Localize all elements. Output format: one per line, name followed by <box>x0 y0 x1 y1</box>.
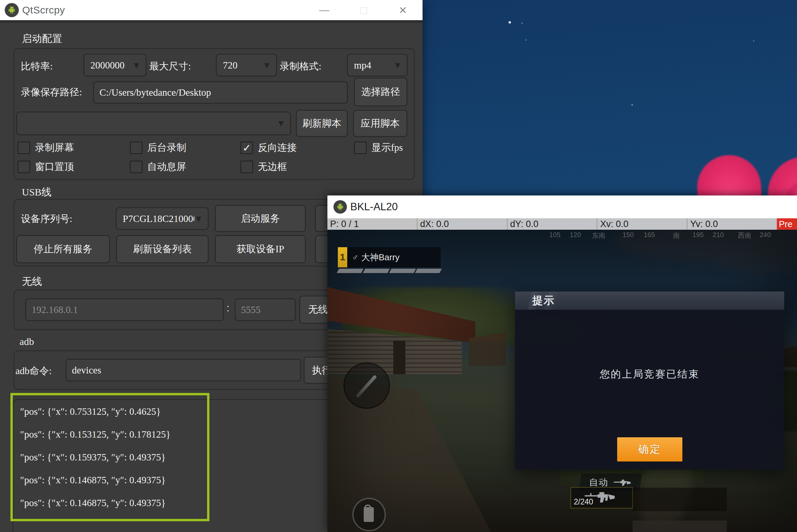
pos-output-line: ″pos″: {″x″: 0.153125, ″y″: 0.178125} <box>13 429 207 440</box>
device-mirror-window: BKL-AL20 P: 0 / 1 dX: 0.0 dY: 0.0 Xv: 0.… <box>327 195 797 532</box>
touch-stats-bar: P: 0 / 1 dX: 0.0 dY: 0.0 Xv: 0.0 Yv: 0.0… <box>327 218 797 230</box>
qtscrcpy-titlebar[interactable]: QtScrcpy — □ ✕ <box>0 0 422 20</box>
game-screen[interactable]: 105 120 东南 150 165 南 195 210 西南 240 1 ♂ … <box>327 230 797 532</box>
window-controls: — □ ✕ <box>305 0 422 20</box>
checkbox-box: ✓ <box>17 141 30 154</box>
stat-dx: dX: 0.0 <box>417 218 507 230</box>
pos-output-line: ″pos″: {″x″: 0.146875, ″y″: 0.49375} <box>13 475 207 486</box>
record-format-combo[interactable]: mp4▼ <box>347 54 408 77</box>
health-segments <box>338 269 441 273</box>
window-title: QtScrcpy <box>22 4 65 16</box>
wireless-ip-input[interactable]: 192.168.0.1 <box>25 298 224 321</box>
adb-command-label: adb命令: <box>16 364 52 378</box>
max-size-label: 最大尺寸: <box>149 60 191 73</box>
pos-output-line: ″pos″: {″x″: 0.146875, ″y″: 0.49375} <box>13 497 207 509</box>
window-border <box>0 20 422 23</box>
stat-xv: Xv: 0.0 <box>597 218 687 230</box>
weapon-slot-2[interactable] <box>633 488 727 511</box>
pressed-state-badge: Pre <box>777 218 797 230</box>
bitrate-combo[interactable]: 2000000▼ <box>83 54 147 77</box>
dialog-title: 提示 <box>532 293 555 308</box>
minimize-button[interactable]: — <box>305 0 344 20</box>
chevron-down-icon: ▼ <box>393 60 407 71</box>
output-console-highlighted: ″pos″: {″x″: 0.753125, ″y″: 0.4625} ″pos… <box>11 393 210 521</box>
small-gun-icon <box>614 479 631 486</box>
chevron-down-icon: ▼ <box>277 118 290 129</box>
checkbox-box: ✓ <box>130 160 143 173</box>
pos-output-line: ″pos″: {″x″: 0.753125, ″y″: 0.4625} <box>13 406 207 417</box>
desktop: QtScrcpy — □ ✕ 启动配置 比特率: 2000000▼ 最大尺寸: … <box>0 0 797 532</box>
stat-dy: dY: 0.0 <box>507 218 597 230</box>
choose-path-button[interactable]: 选择路径 <box>354 78 407 107</box>
record-format-label: 录制格式: <box>280 60 321 73</box>
checkbox-background-record[interactable]: ✓ 后台录制 <box>130 141 186 154</box>
pos-output-line: ″pos″: {″x″: 0.159375, ″y″: 0.49375} <box>13 452 207 463</box>
consumable-item-button[interactable] <box>352 498 386 531</box>
close-button[interactable]: ✕ <box>383 0 422 20</box>
gender-icon: ♂ <box>352 252 359 263</box>
checkbox-box: ✓ <box>17 160 30 173</box>
android-icon <box>333 200 347 214</box>
checkbox-box: ✓ <box>240 141 253 154</box>
dialog-header: 提示 <box>515 291 784 310</box>
fire-mode-label: 自动 <box>589 476 609 488</box>
stat-pointer-count: P: 0 / 1 <box>327 218 417 230</box>
section-title-wireless: 无线 <box>22 275 42 288</box>
chevron-down-icon: ▼ <box>194 214 208 224</box>
rank-badge: 1 <box>338 247 347 267</box>
compass-ribbon: 105 120 东南 150 165 南 195 210 西南 240 <box>327 231 797 241</box>
apply-script-button[interactable]: 应用脚本 <box>353 110 407 137</box>
section-title-adb: adb <box>19 336 34 347</box>
device-titlebar[interactable]: BKL-AL20 <box>327 195 797 218</box>
checkbox-box: ✓ <box>354 141 367 154</box>
start-service-button[interactable]: 启动服务 <box>215 205 306 232</box>
grenade-icon <box>364 507 374 522</box>
checkbox-show-fps[interactable]: ✓ 显示fps <box>354 141 403 154</box>
adb-command-input[interactable]: devices <box>66 359 301 382</box>
checkbox-window-topmost[interactable]: ✓ 窗口置顶 <box>17 160 74 174</box>
flower-petal <box>695 153 762 201</box>
checkbox-box: ✓ <box>240 160 253 173</box>
script-combo[interactable]: ▼ <box>16 112 291 135</box>
save-path-input[interactable]: C:/Users/bytedance/Desktop <box>93 81 348 104</box>
checkbox-auto-screen-off[interactable]: ✓ 自动息屏 <box>130 160 186 174</box>
game-dialog: 提示 您的上局竞赛已结束 确定 <box>515 291 784 470</box>
serial-label: 设备序列号: <box>21 212 72 226</box>
dialog-message: 您的上局竞赛已结束 <box>515 367 784 381</box>
star-dot <box>525 39 527 41</box>
chevron-down-icon: ▼ <box>262 60 276 71</box>
section-title-launch-config: 启动配置 <box>22 32 62 46</box>
player-name: ♂ 大神Barry <box>347 247 441 267</box>
refresh-script-button[interactable]: 刷新脚本 <box>296 110 348 137</box>
maximize-button[interactable]: □ <box>344 0 383 20</box>
serial-combo[interactable]: P7CGL18C210000▼ <box>116 207 209 230</box>
save-path-label: 录像保存路径: <box>21 86 82 99</box>
refresh-device-list-button[interactable]: 刷新设备列表 <box>116 235 209 263</box>
section-title-usb: USB线 <box>22 185 51 199</box>
checkbox-record-screen[interactable]: ✓ 录制屏幕 <box>17 141 74 154</box>
android-icon <box>5 3 19 17</box>
melee-weapon-button[interactable] <box>344 362 390 409</box>
star-dot <box>521 22 523 24</box>
ip-port-separator: : <box>227 302 229 314</box>
weapon-slot-1[interactable]: 2/240 <box>570 487 633 509</box>
get-device-ip-button[interactable]: 获取设备IP <box>215 235 306 263</box>
knife-icon <box>356 375 377 398</box>
weapon-slot-3[interactable] <box>633 520 727 532</box>
device-window-title: BKL-AL20 <box>350 201 398 213</box>
star-dot <box>753 40 754 42</box>
dialog-ok-button[interactable]: 确定 <box>617 437 682 461</box>
checkbox-box: ✓ <box>130 141 143 154</box>
star-dot <box>631 104 633 106</box>
ammo-count: 2/240 <box>574 497 593 507</box>
player-banner: 1 ♂ 大神Barry <box>338 247 441 267</box>
star-dot <box>509 21 511 23</box>
checkbox-reverse-connect[interactable]: ✓ 反向连接 <box>240 141 297 154</box>
chevron-down-icon: ▼ <box>132 60 146 71</box>
stop-all-services-button[interactable]: 停止所有服务 <box>16 235 110 263</box>
bitrate-label: 比特率: <box>21 60 53 73</box>
wireless-port-input[interactable]: 5555 <box>235 298 296 321</box>
max-size-combo[interactable]: 720▼ <box>216 54 277 77</box>
checkbox-frameless[interactable]: ✓ 无边框 <box>240 160 287 174</box>
stat-yv: Yv: 0.0 <box>687 218 777 230</box>
